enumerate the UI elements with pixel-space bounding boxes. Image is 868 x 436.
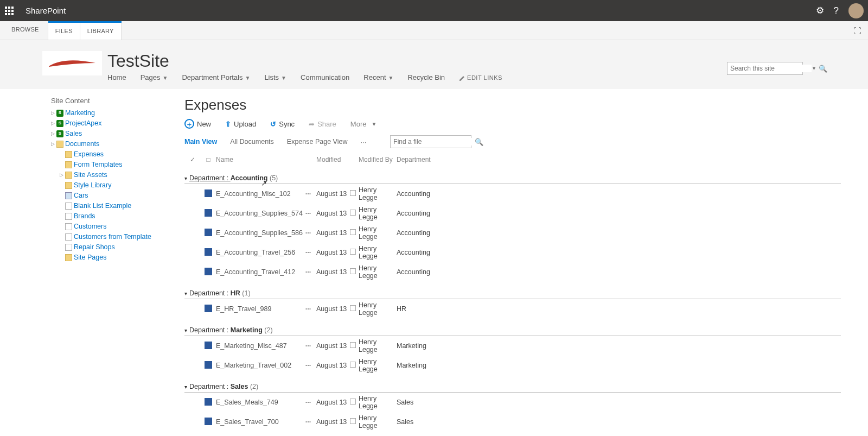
file-row[interactable]: E_Sales_Meals_749···August 13Henry Legge… <box>184 393 841 412</box>
more-button[interactable]: More▼ <box>350 120 377 128</box>
chevron-down-icon[interactable]: ▼ <box>812 66 816 71</box>
ribbon-tab-library[interactable]: LIBRARY <box>80 23 122 40</box>
upload-button[interactable]: ⇧Upload <box>225 120 256 128</box>
site-logo[interactable] <box>42 51 102 75</box>
nav-pages[interactable]: Pages <box>141 73 161 81</box>
file-name-link[interactable]: E_Accounting_Travel_412 <box>216 268 295 276</box>
file-row[interactable]: E_Accounting_Supplies_586···August 13Hen… <box>184 223 841 243</box>
item-menu-icon[interactable]: ··· <box>300 418 316 426</box>
file-row[interactable]: E_Accounting_Supplies_574···August 13Hen… <box>184 204 841 223</box>
ribbon-tab-browse[interactable]: BROWSE <box>4 21 46 40</box>
tree-item-expenses[interactable]: Expenses <box>51 149 184 159</box>
row-checkbox[interactable] <box>350 418 356 424</box>
item-menu-icon[interactable]: ··· <box>300 190 316 198</box>
group-header-accounting[interactable]: ▾Department : Accounting (5) <box>184 172 841 184</box>
file-row[interactable]: E_Accounting_Misc_102···August 13Henry L… <box>184 184 841 204</box>
file-name-link[interactable]: E_Accounting_Travel_256 <box>216 249 295 256</box>
row-checkbox[interactable] <box>350 399 356 405</box>
app-launcher-icon[interactable] <box>4 4 17 17</box>
file-row[interactable]: E_Marketing_Misc_487···August 13Henry Le… <box>184 336 841 356</box>
tree-item-sales[interactable]: ▷Sales <box>51 129 184 138</box>
find-file-input[interactable] <box>393 138 475 146</box>
search-box[interactable]: ▼ 🔍 <box>727 62 803 75</box>
item-menu-icon[interactable]: ··· <box>300 305 316 313</box>
avatar[interactable] <box>848 3 864 18</box>
row-checkbox[interactable] <box>350 190 356 196</box>
tree-item-blank-list-example[interactable]: Blank List Example <box>51 201 184 211</box>
row-checkbox[interactable] <box>350 305 356 311</box>
file-name-link[interactable]: E_Marketing_Misc_487 <box>216 342 287 350</box>
item-menu-icon[interactable]: ··· <box>300 249 316 256</box>
file-name-link[interactable]: E_Accounting_Misc_102 <box>216 190 291 198</box>
file-row[interactable]: E_Accounting_Travel_256···August 13Henry… <box>184 243 841 262</box>
row-checkbox[interactable] <box>350 362 356 368</box>
tree-item-marketing[interactable]: ▷Marketing <box>51 108 184 118</box>
search-icon[interactable]: 🔍 <box>819 65 827 73</box>
row-checkbox[interactable] <box>350 268 356 274</box>
search-input[interactable] <box>730 65 812 72</box>
view-all-documents[interactable]: All Documents <box>230 138 274 146</box>
tree-item-projectapex[interactable]: ▷ProjectApex <box>51 118 184 128</box>
row-checkbox[interactable] <box>350 210 356 216</box>
search-icon[interactable]: 🔍 <box>475 138 483 146</box>
file-row[interactable]: E_Marketing_Travel_002···August 13Henry … <box>184 356 841 375</box>
item-menu-icon[interactable]: ··· <box>300 268 316 276</box>
new-button[interactable]: +New <box>184 119 211 129</box>
item-menu-icon[interactable]: ··· <box>300 210 316 217</box>
view-main[interactable]: Main View <box>184 138 217 146</box>
fullscreen-icon[interactable]: ⛶ <box>853 26 861 35</box>
nav-department-portals[interactable]: Department Portals <box>182 73 242 81</box>
item-menu-icon[interactable]: ··· <box>300 342 316 350</box>
file-name-link[interactable]: E_Sales_Travel_700 <box>216 418 279 426</box>
ribbon-tab-files[interactable]: FILES <box>48 23 80 40</box>
tree-item-site-pages[interactable]: Site Pages <box>51 252 184 262</box>
row-checkbox[interactable] <box>350 229 356 235</box>
item-menu-icon[interactable]: ··· <box>300 399 316 406</box>
tree-item-repair-shops[interactable]: Repair Shops <box>51 242 184 252</box>
file-name-link[interactable]: E_Sales_Meals_749 <box>216 399 278 406</box>
item-menu-icon[interactable]: ··· <box>300 229 316 237</box>
nav-recent[interactable]: Recent <box>363 73 386 81</box>
share-button[interactable]: ➦Share <box>309 120 336 128</box>
select-all-check[interactable]: ✓ <box>184 156 201 163</box>
file-row[interactable]: E_Sales_Travel_700···August 13Henry Legg… <box>184 412 841 432</box>
find-file-box[interactable]: 🔍 <box>390 135 471 148</box>
more-views-icon[interactable]: ··· <box>360 138 366 146</box>
gear-icon[interactable]: ⚙ <box>816 5 824 16</box>
chevron-down-icon[interactable]: ▼ <box>388 75 394 81</box>
file-name-link[interactable]: E_Accounting_Supplies_574 <box>216 210 303 217</box>
sync-button[interactable]: ↺Sync <box>270 120 295 128</box>
nav-home[interactable]: Home <box>107 73 126 81</box>
view-expense-page[interactable]: Expense Page View <box>287 138 348 146</box>
col-modified-by[interactable]: Modified By <box>359 156 397 163</box>
row-checkbox[interactable] <box>350 249 356 255</box>
tree-item-documents[interactable]: ▷Documents <box>51 139 184 149</box>
file-name-link[interactable]: E_HR_Travel_989 <box>216 305 271 313</box>
file-row[interactable]: E_HR_Travel_989···August 13Henry LeggeHR <box>184 299 841 319</box>
group-header-sales[interactable]: ▾Department : Sales (2) <box>184 381 841 393</box>
tree-item-brands[interactable]: Brands <box>51 211 184 221</box>
col-modified[interactable]: Modified <box>316 156 350 163</box>
nav-communication[interactable]: Communication <box>301 73 349 81</box>
chevron-down-icon[interactable]: ▼ <box>281 75 286 81</box>
edit-links-button[interactable]: EDIT LINKS <box>459 74 502 81</box>
nav-lists[interactable]: Lists <box>264 73 279 81</box>
row-checkbox[interactable] <box>350 342 356 348</box>
nav-recycle-bin[interactable]: Recycle Bin <box>407 73 445 81</box>
tree-item-site-assets[interactable]: ▷Site Assets <box>51 170 184 180</box>
tree-item-customers[interactable]: Customers <box>51 222 184 231</box>
file-row[interactable]: E_Accounting_Travel_412···August 13Henry… <box>184 262 841 282</box>
item-menu-icon[interactable]: ··· <box>300 362 316 369</box>
col-department[interactable]: Department <box>397 156 445 163</box>
group-header-hr[interactable]: ▾Department : HR (1) <box>184 287 841 299</box>
file-name-link[interactable]: E_Accounting_Supplies_586 <box>216 229 303 237</box>
group-header-marketing[interactable]: ▾Department : Marketing (2) <box>184 324 841 336</box>
file-name-link[interactable]: E_Marketing_Travel_002 <box>216 362 291 369</box>
chevron-down-icon[interactable]: ▼ <box>163 75 168 81</box>
tree-item-form-templates[interactable]: Form Templates <box>51 160 184 169</box>
help-icon[interactable]: ? <box>834 5 839 16</box>
tree-item-style-library[interactable]: Style Library <box>51 180 184 190</box>
tree-item-customers-from-template[interactable]: Customers from Template <box>51 232 184 242</box>
col-name[interactable]: Name <box>216 156 300 163</box>
chevron-down-icon[interactable]: ▼ <box>245 75 250 81</box>
